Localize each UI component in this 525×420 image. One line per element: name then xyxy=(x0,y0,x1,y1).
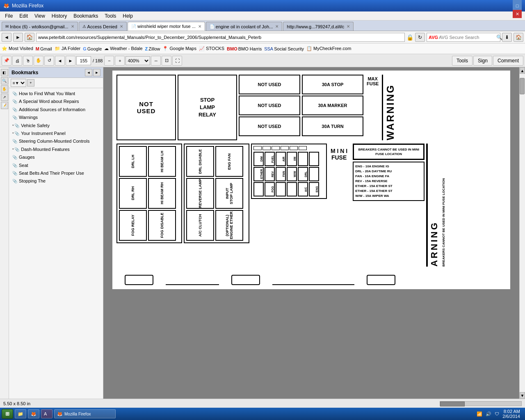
bk-stopping[interactable]: 📎 Stopping The xyxy=(11,177,101,185)
fit-width[interactable]: ↔ xyxy=(151,56,161,66)
tab-close-denied[interactable]: ✕ xyxy=(120,24,123,29)
address-input[interactable] xyxy=(36,33,405,42)
window-title: Mozilla Firefox xyxy=(12,3,513,9)
bookmark-mostvisited[interactable]: ⭐ Most Visited xyxy=(2,46,33,51)
pdf-tool4[interactable]: ✋ xyxy=(34,56,43,66)
bookmark-ss[interactable]: SSA Social Security xyxy=(264,46,304,51)
refresh-button[interactable]: ↻ xyxy=(415,33,425,42)
pdf-next-page[interactable]: ► xyxy=(66,56,75,66)
note-tool[interactable]: 📝 xyxy=(1,102,8,109)
network-icon: 📶 xyxy=(477,411,482,417)
home-button[interactable]: 🏠 xyxy=(25,33,34,42)
task-firefox[interactable]: 🦊 Mozilla Firefox xyxy=(54,409,116,418)
warning-section: WARNING xyxy=(382,75,398,140)
zoom-select[interactable]: 400% 200% 100% 75% 50% xyxy=(126,56,150,65)
tab-url[interactable]: http://www.g...799247,d.aWc ✕ xyxy=(283,22,354,31)
bk-repairs[interactable]: 📎 A Special Word about Repairs xyxy=(11,98,101,105)
zoom-tool[interactable]: 🔍 xyxy=(1,77,8,84)
download-button[interactable]: ⬇ xyxy=(502,33,512,42)
tools-button[interactable]: Tools xyxy=(452,56,472,66)
quicklaunch-explorer[interactable]: 📁 xyxy=(15,409,26,418)
bk-gauges[interactable]: 📎 Gauges xyxy=(11,153,101,161)
pdf-prev-page[interactable]: ◄ xyxy=(55,56,65,66)
tab-inbox[interactable]: ✉ Inbox (6) - wtolkson@gmail... ✕ xyxy=(2,22,78,31)
legend-eng: ENG - 10A ENGINE IG xyxy=(355,164,422,169)
tab-close-oil[interactable]: ✕ xyxy=(275,24,278,29)
bk-instrument[interactable]: ▪ 📎 Your Instrument Panel xyxy=(11,130,101,137)
sidebar-toggle[interactable]: ◧ xyxy=(1,69,8,76)
forward-button[interactable]: ► xyxy=(13,33,23,42)
addressbar: ◄ ► 🏠 🔒 ↻ AVG 🔍 ⬇ 🏠 xyxy=(0,31,525,43)
pdf-viewer[interactable]: NOTUSED STOPLAMPRELAY NOT USED NOT USED … xyxy=(103,67,519,399)
expand-icon: ▪ xyxy=(12,123,14,128)
quicklaunch-acrobat[interactable]: A xyxy=(41,409,52,418)
tab-close-inbox[interactable]: ✕ xyxy=(71,24,74,29)
quicklaunch-browser[interactable]: 🦊 xyxy=(28,409,39,418)
start-button[interactable]: ⊞ xyxy=(2,409,13,419)
security-icon: 🛡 xyxy=(495,411,499,416)
tab-denied[interactable]: ⚠ Access Denied ✕ xyxy=(79,22,127,31)
bookmark-icon: 📎 xyxy=(12,91,17,97)
comment-button[interactable]: Comment xyxy=(493,56,523,66)
bk-seat[interactable]: 📎 Seat xyxy=(11,162,101,169)
pdf-tool5[interactable]: ↺ xyxy=(44,56,54,66)
sidebar-options[interactable]: ► xyxy=(93,69,100,76)
bookmark-maps[interactable]: 📍 Google Maps xyxy=(162,46,196,51)
fullscreen[interactable]: ⛶ xyxy=(172,56,182,66)
horizontal-scrollbar[interactable] xyxy=(440,401,522,406)
bookmark-weather[interactable]: ☁ Weather - Bdale xyxy=(104,46,142,51)
tab-close-wiper[interactable]: ✕ xyxy=(198,24,201,29)
bk-howto[interactable]: 📎 How to Find What You Want xyxy=(11,90,101,98)
menu-file[interactable]: File xyxy=(2,12,16,20)
ff-home-button[interactable]: 🏠 xyxy=(514,33,523,42)
bookmark-checkfree[interactable]: 📋 MyCheckFree.com xyxy=(306,46,351,51)
new-bookmark[interactable]: + xyxy=(27,79,34,87)
menu-view[interactable]: View xyxy=(31,12,48,20)
menu-bookmarks[interactable]: Bookmarks xyxy=(70,12,101,20)
sidebar-expand[interactable]: ◄ xyxy=(85,69,92,76)
bookmark-stocks[interactable]: 📈 STOCKS xyxy=(199,46,224,51)
pdf-tool2[interactable]: 🖨 xyxy=(12,56,22,66)
bookmark-icon: 📎 xyxy=(14,147,19,153)
legend-box: ENG - 10A ENGINE IG DRL - 20A DAYTIME RU… xyxy=(353,162,425,201)
tab-oil[interactable]: 📄 engine oil in coolant of Joh... ✕ xyxy=(206,22,282,31)
bookmark-gmail[interactable]: M Gmail xyxy=(36,46,52,51)
fit-page[interactable]: ⊡ xyxy=(162,56,171,66)
search-icon[interactable]: 🔍 xyxy=(496,34,502,40)
pdf-tool3[interactable]: 🖱 xyxy=(23,56,33,66)
bookmark-google[interactable]: G Google xyxy=(83,46,102,51)
search-input[interactable] xyxy=(439,35,495,40)
bk-vehiclesafety[interactable]: ▪ 📎 Vehicle Safety xyxy=(11,122,101,130)
tab-wiper[interactable]: 📄 winshield wiper motor fuse ... ✕ xyxy=(128,22,205,31)
zoom-in[interactable]: + xyxy=(115,56,125,66)
right-legend: BREAKERS CANNOT BE USED IN MINI FUSE LOC… xyxy=(353,144,425,201)
select-tool[interactable]: ↗ xyxy=(1,94,8,101)
sign-button[interactable]: Sign xyxy=(473,56,492,66)
bk-sources[interactable]: 📎 Additional Sources of Information xyxy=(11,106,101,114)
tab-close-url[interactable]: ✕ xyxy=(347,24,350,29)
breakers-warning: BREAKERS CANNOT BE USED IN MINI FUSE LOC… xyxy=(353,144,425,160)
zoom-out[interactable]: − xyxy=(104,56,114,66)
bk-warnings[interactable]: 📎 Warnings xyxy=(11,114,101,121)
menu-tools[interactable]: Tools xyxy=(101,12,119,20)
bk-stopping-label: Stopping The xyxy=(19,178,46,184)
bk-dash[interactable]: ▪ 📎 Dash-Mounted Features xyxy=(11,146,101,153)
bk-seatbelts[interactable]: 📎 Seat Belts And Their Proper Use xyxy=(11,169,101,177)
pdf-tool1[interactable]: 📌 xyxy=(2,56,11,66)
vertical-scrollbar[interactable]: ▲ ▼ xyxy=(519,67,525,399)
bookmark-jafolder[interactable]: 📁 JA Folder xyxy=(55,46,81,51)
bk-steering[interactable]: 📎 Steering Column-Mounted Controls xyxy=(11,137,101,145)
page-input[interactable] xyxy=(76,56,91,65)
menu-help[interactable]: Help xyxy=(119,12,136,20)
bookmark-zillow[interactable]: Z Zillow xyxy=(145,46,160,51)
bookmark-bmo[interactable]: BMO BMO Harris xyxy=(227,46,262,51)
bookmark-icon: 📎 xyxy=(12,171,17,176)
window-controls: — □ ✕ xyxy=(513,0,522,18)
maximize-button[interactable]: □ xyxy=(513,2,522,10)
close-button[interactable]: ✕ xyxy=(513,10,522,18)
back-button[interactable]: ◄ xyxy=(2,33,11,42)
menu-history[interactable]: History xyxy=(48,12,70,20)
pan-tool[interactable]: ✋ xyxy=(1,85,8,93)
bookmark-view-select[interactable]: ≡▼ xyxy=(11,79,26,87)
menu-edit[interactable]: Edit xyxy=(16,12,31,20)
